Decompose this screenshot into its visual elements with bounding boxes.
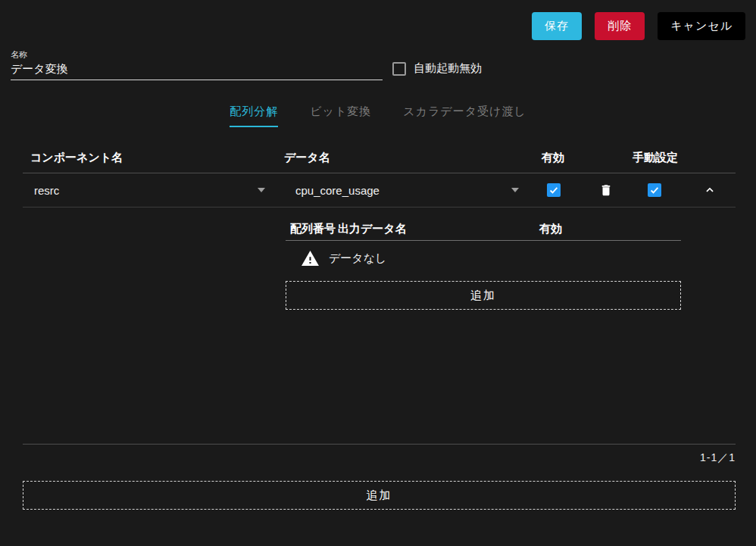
dropdown-arrow-icon bbox=[258, 188, 265, 192]
manual-checkbox[interactable] bbox=[648, 183, 661, 197]
cell-expand bbox=[701, 183, 736, 197]
warning-icon bbox=[301, 251, 319, 267]
cell-data-name: cpu_core_usage bbox=[284, 184, 542, 197]
chevron-up-icon bbox=[703, 183, 717, 197]
cell-manual bbox=[633, 183, 701, 197]
header-enabled: 有効 bbox=[542, 151, 595, 165]
delete-row-button[interactable] bbox=[599, 182, 613, 198]
component-table-header: コンポーネント名 データ名 有効 手動設定 bbox=[23, 142, 736, 173]
tab-array-decompose[interactable]: 配列分解 bbox=[230, 105, 278, 127]
data-name-select-value: cpu_core_usage bbox=[295, 184, 380, 197]
component-table: コンポーネント名 データ名 有効 手動設定 resrc cpu_core_usa… bbox=[23, 142, 736, 310]
tab-bar: 配列分解 ビット変換 スカラデータ受け渡し bbox=[0, 105, 756, 127]
header-output-name: 出力データ名 bbox=[338, 222, 539, 236]
auto-start-checkbox[interactable] bbox=[392, 62, 406, 76]
table-row: resrc cpu_core_usage bbox=[23, 173, 736, 207]
trash-icon bbox=[599, 182, 613, 198]
cell-delete bbox=[595, 182, 633, 198]
toolbar: 保存 削除 キャンセル bbox=[0, 0, 756, 40]
header-sub-enabled: 有効 bbox=[539, 222, 681, 236]
pagination-label: 1-1／1 bbox=[23, 451, 736, 465]
tab-bit-convert[interactable]: ビット変換 bbox=[310, 105, 371, 127]
check-icon bbox=[649, 185, 660, 195]
subtable-empty-state: データなし bbox=[286, 241, 681, 276]
header-manual: 手動設定 bbox=[633, 151, 701, 165]
cell-enabled bbox=[542, 183, 595, 197]
dropdown-arrow-icon bbox=[511, 188, 519, 192]
auto-start-checkbox-group[interactable]: 自動起動無効 bbox=[392, 61, 482, 80]
subtable-header: 配列番号 出力データ名 有効 bbox=[286, 218, 681, 241]
name-input[interactable] bbox=[11, 61, 383, 80]
name-field-label: 名称 bbox=[11, 49, 383, 61]
check-icon bbox=[548, 185, 559, 195]
name-row: 名称 自動起動無効 bbox=[11, 49, 745, 80]
header-array-index: 配列番号 bbox=[286, 222, 338, 236]
save-button[interactable]: 保存 bbox=[532, 12, 582, 40]
subtable-add-button[interactable]: 追加 bbox=[286, 281, 681, 310]
empty-space bbox=[0, 310, 756, 444]
auto-start-label: 自動起動無効 bbox=[414, 61, 482, 76]
header-data-name: データ名 bbox=[284, 151, 542, 165]
header-component-name: コンポーネント名 bbox=[23, 151, 284, 165]
delete-button[interactable]: 削除 bbox=[595, 12, 645, 40]
name-field: 名称 bbox=[11, 49, 383, 80]
output-subtable: 配列番号 出力データ名 有効 データなし 追加 bbox=[286, 218, 681, 310]
collapse-row-button[interactable] bbox=[703, 183, 717, 197]
enabled-checkbox[interactable] bbox=[547, 183, 561, 197]
component-select-value: resrc bbox=[34, 184, 59, 197]
footer-add-wrap: 追加 bbox=[23, 481, 736, 510]
footer-divider bbox=[23, 444, 736, 445]
footer-add-button[interactable]: 追加 bbox=[23, 481, 736, 510]
cancel-button[interactable]: キャンセル bbox=[658, 12, 745, 40]
tab-scalar-pass[interactable]: スカラデータ受け渡し bbox=[403, 105, 526, 127]
empty-message: データなし bbox=[329, 251, 386, 266]
data-name-select[interactable]: cpu_core_usage bbox=[295, 184, 519, 197]
component-select[interactable]: resrc bbox=[34, 184, 265, 197]
cell-component: resrc bbox=[23, 184, 284, 197]
